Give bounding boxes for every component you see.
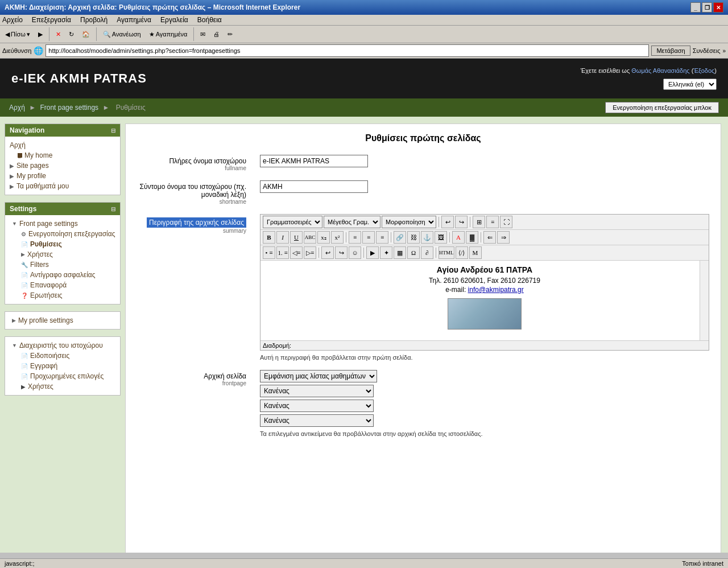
anchor-btn[interactable]: ⚓	[421, 231, 433, 244]
link-btn[interactable]: 🔗	[394, 231, 406, 244]
outdent-btn[interactable]: ⇐	[483, 231, 496, 244]
settings-filters[interactable]: 🔧 Filters	[19, 260, 115, 270]
username-link[interactable]: Θωμάς Αθανασιάδης	[631, 67, 689, 74]
editor-scrollbar[interactable]	[700, 261, 709, 340]
underline-btn[interactable]: U	[290, 231, 303, 244]
menu-favorites[interactable]: Αγαπημένα	[117, 16, 151, 24]
ol-btn[interactable]: 1. ≡	[276, 246, 289, 259]
table-btn[interactable]: ⊞	[473, 216, 485, 228]
frontpage-kanenas-select-1[interactable]: Κανένας	[260, 385, 374, 397]
settings-activate-edit[interactable]: ⚙ Ενεργοποίηση επεξεργασίας	[19, 229, 115, 239]
search-button[interactable]: 🔍 Ανανέωση	[100, 29, 144, 40]
frontpage-kanenas-select-3[interactable]: Κανένας	[260, 414, 374, 427]
settings-questions[interactable]: ❓ Ερωτήσεις	[19, 290, 115, 301]
html-btn[interactable]: HTML	[439, 246, 454, 259]
sup-btn[interactable]: x²	[331, 231, 344, 244]
flash-btn[interactable]: ✦	[380, 246, 392, 259]
site-admin-header-link[interactable]: ▼ Διαχειριστής του ιστοχώρου	[10, 340, 115, 351]
breadcrumb-frontpage[interactable]: Front page settings	[40, 104, 98, 112]
frontpage-kanenas-select-2[interactable]: Κανένας	[260, 400, 374, 412]
settings-collapse-icon[interactable]: ⊟	[111, 206, 115, 212]
unlink-btn[interactable]: ⛓	[407, 231, 420, 244]
frontpage-main-select[interactable]: Εμφάνιση μιας λίστας μαθημάτων	[260, 370, 377, 382]
abc-btn[interactable]: ABC	[304, 231, 316, 244]
indent2-btn[interactable]: ▷≡	[304, 246, 316, 259]
settings-backup[interactable]: 📄 Αντίγραφο ασφαλείας	[19, 270, 115, 280]
shortname-input[interactable]	[260, 180, 368, 193]
email-link[interactable]: info@akmipatra.gr	[468, 286, 524, 294]
home-button[interactable]: 🏠	[79, 29, 93, 40]
ie-window-controls[interactable]: _ ❐ ✕	[690, 2, 723, 13]
nav-myhome[interactable]: ■ My home	[18, 150, 115, 160]
outdent2-btn[interactable]: ◁≡	[290, 246, 303, 259]
siteadmin-users-link[interactable]: ▶ Χρήστες	[19, 381, 115, 392]
emoticon-btn[interactable]: ☺	[349, 246, 361, 259]
ul-btn[interactable]: • ≡	[263, 246, 275, 259]
editor-content[interactable]: Αγίου Ανδρέου 61 ΠΑΤΡΑ Τηλ. 2610 620601,…	[260, 261, 709, 340]
undo-btn[interactable]: ↩	[441, 216, 454, 228]
redo-btn[interactable]: ↪	[455, 216, 468, 228]
main-layout: Navigation ⊟ Αρχή ■ My home	[0, 117, 728, 553]
menu-help[interactable]: Βοήθεια	[197, 16, 222, 24]
fullname-input[interactable]	[260, 155, 368, 167]
breadcrumb-home[interactable]: Αρχή	[9, 104, 25, 112]
charmap-btn[interactable]: ∂	[421, 246, 433, 259]
cols-btn[interactable]: ≡	[486, 216, 499, 228]
align-right-btn[interactable]: ≡	[376, 231, 388, 244]
block-edit-button[interactable]: Ενεργοποίηση επεξεργασίας μπλοκ	[605, 102, 719, 113]
logout-link[interactable]: Έξοδος	[693, 67, 714, 74]
font-color-btn[interactable]: A	[452, 231, 465, 244]
menu-file[interactable]: Αρχείο	[2, 16, 23, 24]
back-button[interactable]: ◀ Πίσω ▾	[2, 29, 33, 40]
siteadmin-notifications[interactable]: 📄 Ειδοποιήσεις	[19, 351, 115, 361]
source-btn[interactable]: ⟨/⟩	[456, 246, 468, 259]
redo2-btn[interactable]: ↪	[335, 246, 348, 259]
omega-btn[interactable]: Ω	[407, 246, 420, 259]
minimize-btn[interactable]: _	[690, 2, 701, 13]
siteadmin-advanced[interactable]: 📄 Προχωρημένες επιλογές	[19, 371, 115, 381]
fullscreen-btn[interactable]: ⛶	[500, 216, 512, 228]
lang-selector[interactable]: Ελληνικά (el)	[663, 79, 717, 90]
my-profile-settings-link[interactable]: ▶ My profile settings	[10, 315, 115, 326]
italic-btn[interactable]: I	[276, 231, 289, 244]
print-button[interactable]: 🖨	[210, 29, 222, 39]
table2-btn[interactable]: ▦	[394, 246, 406, 259]
nav-myprofile[interactable]: ▶ My profile	[10, 171, 115, 181]
navigation-collapse-icon[interactable]: ⊟	[111, 127, 115, 134]
favorites-button[interactable]: ★ Αγαπημένα	[146, 29, 191, 40]
settings-rithmiseis[interactable]: 📄 Ρυθμίσεις	[19, 239, 115, 249]
stop-button[interactable]: ✕	[53, 29, 64, 40]
address-input[interactable]	[46, 44, 649, 57]
go-button[interactable]: Μετάβαση	[651, 46, 690, 56]
menu-tools[interactable]: Εργαλεία	[160, 16, 188, 24]
close-btn[interactable]: ✕	[713, 2, 723, 13]
nav-mycourses[interactable]: ▶ Τα μαθήματά μου	[10, 181, 115, 191]
bg-color-btn[interactable]: ▓	[466, 231, 478, 244]
align-left-btn[interactable]: ≡	[349, 231, 361, 244]
bold-btn[interactable]: B	[263, 231, 275, 244]
moodle-btn[interactable]: M	[469, 246, 482, 259]
nav-home[interactable]: Αρχή	[10, 140, 115, 150]
undo2-btn[interactable]: ↩	[321, 246, 334, 259]
mail-button[interactable]: ✉	[197, 29, 208, 40]
forward-button[interactable]: ▶	[35, 29, 46, 40]
media-btn[interactable]: ▶	[366, 246, 379, 259]
restore-btn[interactable]: ❐	[702, 2, 712, 13]
back-dropdown-icon: ▾	[27, 31, 30, 38]
indent-btn[interactable]: ⇒	[497, 231, 510, 244]
menu-view[interactable]: Προβολή	[80, 16, 107, 24]
format-select[interactable]: Μορφοποίηση	[382, 216, 436, 228]
sub-btn[interactable]: x₂	[317, 231, 330, 244]
settings-users[interactable]: ▶ Χρήστες	[19, 249, 115, 260]
edit-button[interactable]: ✏	[225, 29, 235, 40]
refresh-button[interactable]: ↻	[66, 29, 77, 40]
menu-edit[interactable]: Επεξεργασία	[32, 16, 71, 24]
settings-frontpage-label[interactable]: ▼ Front page settings	[10, 219, 115, 229]
size-select[interactable]: Μέγεθος Γραμ.	[324, 216, 380, 228]
image-btn[interactable]: 🖼	[435, 231, 447, 244]
font-select[interactable]: Γραμματοσειρές	[263, 216, 322, 228]
settings-restore[interactable]: 📄 Επαναφορά	[19, 280, 115, 290]
align-center-btn[interactable]: ≡	[362, 231, 375, 244]
siteadmin-registration[interactable]: 📄 Εγγραφή	[19, 361, 115, 371]
nav-sitepages[interactable]: ▶ Site pages	[10, 160, 115, 171]
